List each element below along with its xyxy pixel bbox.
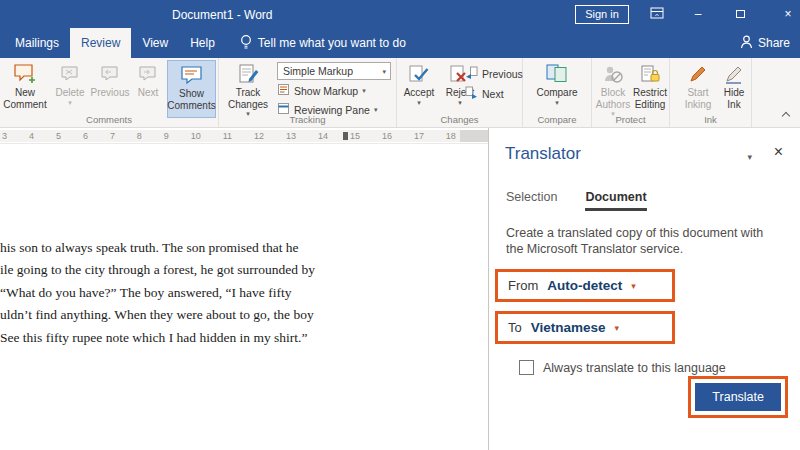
sign-in-button[interactable]: Sign in (575, 5, 629, 24)
document-canvas[interactable]: his son to always speak truth. The son p… (0, 144, 488, 450)
dropdown-caret-icon: ▾ (68, 99, 72, 107)
new-comment-icon (13, 60, 37, 87)
restrict-editing-icon (639, 60, 661, 87)
hide-ink-icon (724, 60, 744, 87)
next-comment-icon (138, 60, 158, 87)
block-authors-label-1: Block (601, 87, 625, 99)
hide-ink-label-2: Ink (727, 99, 740, 111)
next-change-icon (465, 86, 478, 101)
accept-icon (408, 60, 430, 87)
share-button[interactable]: Share (740, 28, 790, 58)
group-label-protect: Protect (592, 114, 669, 125)
compare-button[interactable]: Compare ▾ (527, 60, 587, 107)
ruler-number: 8 (137, 131, 142, 141)
translate-button[interactable]: Translate (695, 383, 781, 411)
ruler-right-margin (460, 130, 488, 142)
restore-icon[interactable] (730, 7, 750, 22)
ribbon-group-protect: Block Authors ▾ Restrict Editing Protect (592, 58, 670, 127)
tab-mailings[interactable]: Mailings (4, 28, 70, 58)
delete-comment-label: Delete (56, 87, 85, 99)
to-language-dropdown[interactable]: To Vietnamese ▾ (498, 314, 672, 341)
block-authors-label-2: Authors (596, 99, 630, 111)
window-title: Document1 - Word (172, 8, 272, 22)
next-change-label: Next (482, 88, 504, 100)
hide-ink-button[interactable]: Hide Ink (718, 60, 750, 110)
translate-button-highlight: Translate (688, 376, 788, 418)
previous-change-button[interactable]: Previous (465, 66, 523, 81)
tell-me-box[interactable]: Tell me what you want to do (240, 28, 406, 58)
ruler-number: 14 (318, 131, 328, 141)
track-changes-button[interactable]: Track Changes ▾ (225, 60, 271, 118)
show-markup-button[interactable]: Show Markup ▾ (277, 83, 366, 98)
start-inking-button[interactable]: Start Inking (678, 60, 718, 110)
tell-me-label: Tell me what you want to do (258, 36, 406, 50)
track-changes-label-2: Changes (228, 99, 268, 111)
track-changes-label-1: Track (236, 87, 261, 99)
show-comments-label-1: Show (179, 88, 204, 100)
minimize-icon[interactable]: – (688, 7, 708, 22)
block-authors-icon (602, 60, 624, 87)
next-comment-button[interactable]: Next (132, 60, 164, 99)
document-line: See this fifty rupee note which I had hi… (0, 330, 307, 346)
ruler-indent-marker[interactable] (343, 132, 348, 140)
tab-view[interactable]: View (131, 28, 179, 58)
ruler-number: 4 (29, 131, 34, 141)
ruler-number: 16 (382, 131, 392, 141)
ribbon: New Comment Delete ▾ Previous Next (0, 58, 800, 128)
from-value: Auto-detect (547, 278, 622, 293)
previous-comment-button[interactable]: Previous (88, 60, 132, 99)
always-translate-checkbox[interactable] (519, 360, 534, 375)
ruler-numbers: 3 4 5 6 7 8 9 10 11 12 13 14 15 16 17 18 (2, 130, 456, 142)
group-label-tracking: Tracking (219, 114, 396, 125)
next-change-button[interactable]: Next (465, 86, 504, 101)
tab-review[interactable]: Review (70, 28, 131, 58)
from-language-highlight: From Auto-detect ▾ (495, 269, 675, 302)
tab-selection[interactable]: Selection (506, 190, 557, 211)
collapse-ribbon-icon[interactable] (782, 110, 791, 119)
ribbon-group-ink: Start Inking Hide Ink Ink (670, 58, 752, 127)
always-translate-label: Always translate to this language (543, 361, 726, 375)
restrict-editing-label-1: Restrict (633, 87, 667, 99)
translator-tabs: Selection Document (506, 190, 800, 211)
dropdown-caret-icon: ▾ (631, 281, 636, 291)
show-comments-icon (180, 61, 204, 88)
delete-comment-button[interactable]: Delete ▾ (50, 60, 90, 107)
close-window-icon[interactable]: × (778, 7, 798, 22)
previous-change-icon (465, 66, 478, 81)
start-inking-label-2: Inking (685, 99, 712, 111)
ruler-number: 12 (254, 131, 264, 141)
dropdown-caret-icon: ▾ (362, 87, 366, 95)
hide-ink-label-1: Hide (724, 87, 745, 99)
dropdown-caret-icon: ▾ (458, 99, 462, 107)
markup-view-dropdown[interactable]: Simple Markup ▾ (277, 62, 391, 80)
accept-button[interactable]: Accept ▾ (399, 60, 439, 107)
compare-label: Compare (536, 87, 577, 99)
pane-close-icon[interactable]: × (774, 144, 783, 160)
dropdown-caret-icon: ▾ (382, 68, 386, 76)
tab-document[interactable]: Document (585, 190, 646, 211)
ruler-number: 3 (2, 131, 7, 141)
show-comments-button[interactable]: Show Comments (167, 60, 216, 118)
new-comment-label-2: Comment (3, 99, 46, 111)
from-language-dropdown[interactable]: From Auto-detect ▾ (498, 272, 672, 299)
document-line: uldn’t find anything. When they were abo… (0, 307, 314, 323)
translator-pane-header: Translator ▾ × (489, 128, 800, 164)
ribbon-display-options-icon[interactable] (647, 7, 667, 22)
ruler-number: 13 (286, 131, 296, 141)
group-label-comments: Comments (0, 114, 218, 125)
new-comment-button[interactable]: New Comment (2, 60, 48, 110)
always-translate-row: Always translate to this language (519, 360, 800, 375)
group-label-changes: Changes (397, 114, 522, 125)
tab-help[interactable]: Help (179, 28, 226, 58)
start-inking-label-1: Start (687, 87, 708, 99)
document-line: ile going to the city through a forest, … (0, 262, 315, 278)
block-authors-button[interactable]: Block Authors ▾ (594, 60, 632, 118)
restrict-editing-button[interactable]: Restrict Editing (632, 60, 668, 110)
person-icon (740, 35, 753, 52)
restore-glyph (736, 10, 745, 18)
show-comments-label-2: Comments (167, 100, 215, 112)
previous-change-label: Previous (482, 68, 523, 80)
pane-options-chevron-icon[interactable]: ▾ (747, 152, 752, 162)
delete-comment-icon (60, 60, 80, 87)
ruler-number: 5 (56, 131, 61, 141)
